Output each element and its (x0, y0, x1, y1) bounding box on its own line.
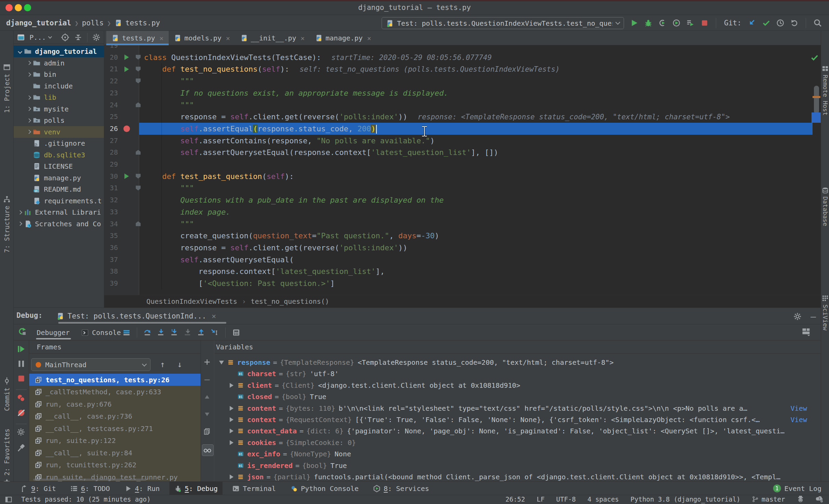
hide-tool-window-button[interactable]: — (810, 311, 816, 322)
code-line-24[interactable]: 24""" (104, 99, 821, 111)
fold-marker-icon[interactable] (136, 174, 141, 179)
run-test-gutter-icon[interactable] (121, 63, 132, 75)
close-icon[interactable]: ✕ (212, 312, 216, 320)
status-widget[interactable]: 4 spaces (588, 495, 619, 503)
editor-tab-tests-py[interactable]: tests.py✕ (106, 31, 169, 45)
chevron-down-icon[interactable] (217, 361, 226, 364)
search-everywhere-button[interactable] (813, 19, 822, 27)
chevron-right-icon[interactable] (227, 475, 236, 479)
stack-frame-row[interactable]: run, case.py:676 (29, 398, 201, 410)
code-line-35[interactable]: 35create_question(question_text="Past qu… (104, 230, 821, 242)
close-icon[interactable]: ✕ (159, 34, 163, 42)
debugger-tab-debugger[interactable]: Debugger (37, 324, 70, 340)
thread-selector[interactable]: MainThread (31, 358, 151, 371)
tree-item-requirements-t[interactable]: requirements.t (14, 195, 104, 207)
pause-button[interactable] (17, 359, 26, 368)
highlighting-level-icon[interactable] (797, 495, 804, 503)
stop-button[interactable] (17, 374, 26, 383)
run-test-gutter-icon[interactable] (121, 170, 132, 182)
error-stripe[interactable] (813, 45, 821, 295)
tree-item-include[interactable]: include (14, 80, 104, 92)
tool-window-button-remote-host[interactable]: Remote Host (821, 65, 829, 116)
line-number[interactable]: 35 (104, 230, 118, 242)
code-line-34[interactable]: 34""" (104, 218, 821, 230)
breadcrumb-item[interactable]: polls (82, 19, 104, 27)
select-opened-file-button[interactable] (61, 33, 69, 41)
layout-settings-button[interactable] (802, 327, 810, 336)
code-line-36[interactable]: 36response = self.client.get(reverse('po… (104, 242, 821, 254)
view-breakpoints-button[interactable] (17, 394, 26, 403)
close-icon[interactable]: ✕ (367, 34, 371, 42)
status-widget[interactable]: LF (537, 495, 544, 503)
chevron-right-icon[interactable] (227, 406, 236, 411)
tree-item-mysite[interactable]: mysite (14, 103, 104, 115)
profiler-button[interactable] (672, 19, 681, 27)
current-line-stripe-mark[interactable] (812, 112, 821, 123)
variable-row-client[interactable]: client={Client}<django.test.client.Clien… (215, 380, 821, 391)
chevron-right-icon[interactable] (25, 130, 32, 133)
code-line-26[interactable]: 26self.assertEqual(response.status_code,… (104, 123, 821, 135)
tree-item-license[interactable]: LICENSE (14, 160, 104, 172)
move-watch-up-button[interactable] (203, 393, 211, 401)
chevron-down-icon[interactable] (16, 50, 23, 53)
next-frame-button[interactable]: ↓ (177, 360, 182, 369)
stack-frame-row[interactable]: __call__, suite.py:84 (29, 447, 201, 459)
debugger-tab-console[interactable]: Console (81, 324, 121, 340)
line-number[interactable]: 39 (104, 277, 118, 289)
tree-item--gitignore[interactable]: .gitignore (14, 137, 104, 149)
variable-row-charset[interactable]: 01charset={str}'utf-8' (215, 368, 821, 380)
variable-row-closed[interactable]: 01closed={bool}True (215, 391, 821, 403)
code-line-20[interactable]: 20class QuestionIndexViewTests(TestCase)… (104, 51, 821, 63)
editor-tab--init-py[interactable]: __init__.py✕ (235, 31, 310, 45)
line-number[interactable]: 24 (104, 99, 118, 111)
step-over-icon[interactable] (144, 328, 152, 337)
debug-settings-gear-button[interactable] (793, 311, 802, 322)
variable-row-is_rendered[interactable]: 01is_rendered={bool}True (215, 460, 821, 471)
line-number[interactable]: 25 (104, 111, 118, 123)
frames-hscrollbar[interactable] (33, 479, 146, 481)
scrollbar-thumb[interactable] (814, 86, 819, 114)
rollback-button[interactable] (790, 19, 798, 27)
fold-marker-icon[interactable] (136, 221, 141, 226)
status-message[interactable]: Tests passed: 10 (25 minutes ago) (21, 495, 151, 503)
breadcrumb-item[interactable]: tests.py (125, 19, 160, 27)
tree-item-readme-md[interactable]: MDREADME.md (14, 183, 104, 195)
mute-breakpoints-button[interactable] (17, 408, 26, 417)
editor-breadcrumb-item[interactable]: test_no_questions() (251, 297, 329, 305)
editor-tab-models-py[interactable]: models.py✕ (169, 31, 235, 45)
stack-frame-row[interactable]: __call__, case.py:736 (29, 410, 201, 422)
status-widget[interactable]: Python 3.8 (django_tutorial) (630, 495, 740, 503)
fold-marker-icon[interactable] (136, 55, 141, 60)
code-line-27[interactable]: 27self.assertContains(response, "No poll… (104, 135, 821, 147)
variable-row-response[interactable]: response={TemplateResponse}<TemplateResp… (215, 357, 821, 368)
code-line-33[interactable]: 33index page. (104, 206, 821, 218)
project-view-mode[interactable]: P... (29, 33, 46, 41)
chevron-right-icon[interactable] (16, 222, 23, 225)
fold-marker-icon[interactable] (136, 103, 141, 107)
variable-row-json[interactable]: json={partial}functools.partial(<bound m… (215, 471, 821, 482)
previous-frame-button[interactable]: ↑ (160, 360, 165, 369)
line-number[interactable]: 26 (104, 123, 118, 135)
code-line-31[interactable]: 31""" (104, 182, 821, 194)
line-number[interactable]: 21 (104, 63, 118, 75)
stack-frame-row[interactable]: run, tcunittest.py:262 (29, 459, 201, 471)
line-number[interactable]: 37 (104, 254, 118, 266)
chevron-right-icon[interactable] (25, 73, 32, 76)
chevron-right-icon[interactable] (25, 107, 32, 110)
bottom-bar-terminal[interactable]: Terminal (227, 482, 280, 495)
code-line-29[interactable]: 29 (104, 158, 821, 170)
show-watches-button[interactable] (203, 446, 212, 454)
fold-marker-icon[interactable] (136, 185, 141, 190)
stack-frame-row[interactable]: _callTestMethod, case.py:633 (29, 386, 201, 398)
editor-breadcrumb-item[interactable]: QuestionIndexViewTests (146, 297, 237, 305)
bottom-bar-9-git[interactable]: 9: Git (16, 482, 61, 495)
tree-item-db-sqlite3[interactable]: db.sqlite3 (14, 149, 104, 161)
bottom-bar-8-services[interactable]: 8: Services (368, 482, 434, 495)
step-into-icon[interactable] (157, 328, 165, 337)
evaluate-expression-icon[interactable] (232, 328, 240, 337)
close-icon[interactable]: ✕ (226, 34, 230, 42)
copy-watch-button[interactable] (203, 428, 211, 435)
debug-button[interactable] (644, 19, 652, 27)
code-line-37[interactable]: 37self.assertQuerysetEqual( (104, 254, 821, 266)
tool-window-switcher-icon[interactable] (5, 496, 12, 503)
